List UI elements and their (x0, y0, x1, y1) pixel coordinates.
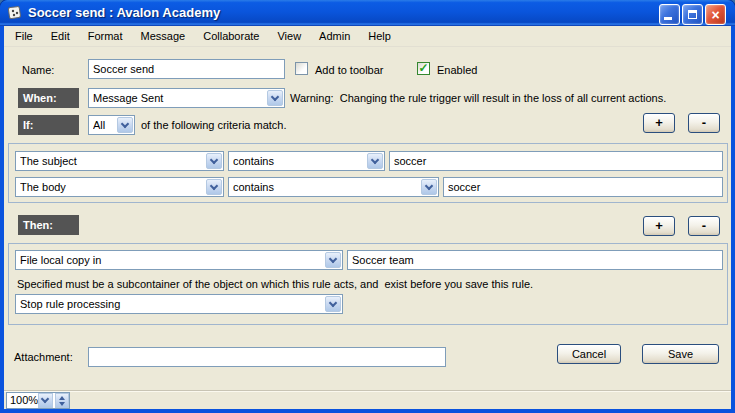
menu-view[interactable]: View (268, 27, 310, 45)
then-section-label: Then: (18, 215, 79, 235)
action-select[interactable]: File local copy in (15, 250, 343, 270)
chevron-down-icon (329, 254, 337, 262)
criterion1-value-input[interactable] (389, 151, 723, 171)
attachment-label: Attachment: (14, 351, 73, 363)
close-button[interactable]: × (705, 4, 726, 25)
menu-edit[interactable]: Edit (42, 27, 79, 45)
title-bar: Soccer send : Avalon Academy × (0, 0, 735, 26)
criterion2-value-input[interactable] (443, 177, 723, 197)
when-warning-text: Warning: Changing the rule trigger will … (290, 92, 666, 104)
zoom-control[interactable]: 100% (6, 392, 70, 409)
then-remove-action-button[interactable]: - (688, 216, 720, 236)
criterion1-operator-select[interactable]: contains (228, 151, 385, 171)
attachment-input[interactable] (88, 347, 446, 367)
chevron-down-icon (371, 155, 379, 163)
name-label: Name: (22, 64, 54, 76)
when-section-label: When: (18, 88, 79, 108)
chevron-down-icon (425, 181, 433, 189)
criteria-groupbox: The subject contains The body contains (8, 143, 728, 203)
then-add-action-button[interactable]: + (643, 216, 675, 236)
close-icon: × (711, 8, 719, 22)
chevron-down-icon (121, 119, 129, 127)
window-body: File Edit Format Message Collaborate Vie… (4, 26, 731, 409)
rule-editor-window: Soccer send : Avalon Academy × File Edit… (0, 0, 735, 413)
menu-format[interactable]: Format (79, 27, 132, 45)
if-add-criterion-button[interactable]: + (643, 113, 675, 133)
zoom-dropdown-button[interactable] (38, 393, 52, 408)
chevron-down-icon (329, 298, 337, 306)
action-note-text: Specified must be a subcontainer of the … (17, 278, 533, 290)
menu-file[interactable]: File (6, 27, 42, 45)
spinner-down-icon (59, 402, 65, 406)
spinner-up-icon (59, 396, 65, 400)
app-icon (7, 5, 23, 21)
if-remove-criterion-button[interactable]: - (688, 113, 720, 133)
action-target-input[interactable] (347, 250, 723, 270)
maximize-button[interactable] (682, 4, 703, 25)
cancel-button[interactable]: Cancel (557, 344, 621, 364)
menu-admin[interactable]: Admin (310, 27, 359, 45)
check-icon: ✓ (418, 61, 428, 75)
maximize-icon (688, 10, 697, 19)
when-trigger-select[interactable]: Message Sent (88, 88, 285, 108)
criterion2-field-select[interactable]: The body (15, 177, 224, 197)
menu-help[interactable]: Help (359, 27, 400, 45)
add-to-toolbar-checkbox[interactable] (295, 62, 308, 75)
criterion2-operator-select[interactable]: contains (228, 177, 439, 197)
menu-collaborate[interactable]: Collaborate (194, 27, 268, 45)
add-to-toolbar-label: Add to toolbar (315, 64, 384, 76)
criterion1-field-select[interactable]: The subject (15, 151, 224, 171)
if-match-select[interactable]: All (88, 115, 135, 135)
chevron-down-icon (210, 155, 218, 163)
menu-message[interactable]: Message (132, 27, 195, 45)
minimize-button[interactable] (659, 4, 680, 25)
minimize-icon (664, 17, 672, 20)
name-input[interactable] (88, 59, 285, 79)
menu-bar: File Edit Format Message Collaborate Vie… (4, 26, 731, 47)
chevron-down-icon (271, 92, 279, 100)
enabled-label: Enabled (437, 64, 477, 76)
if-suffix-text: of the following criteria match. (141, 119, 287, 131)
if-section-label: If: (18, 115, 79, 135)
status-bar: 100% (4, 390, 731, 409)
actions-groupbox: File local copy in Specified must be a s… (8, 243, 728, 325)
save-button[interactable]: Save (642, 344, 719, 364)
zoom-spinner[interactable] (55, 393, 69, 408)
zoom-value: 100% (7, 393, 38, 408)
followup-action-select[interactable]: Stop rule processing (15, 294, 343, 314)
chevron-down-icon (41, 395, 49, 403)
window-title: Soccer send : Avalon Academy (28, 5, 220, 20)
chevron-down-icon (210, 181, 218, 189)
enabled-checkbox[interactable]: ✓ (417, 62, 430, 75)
